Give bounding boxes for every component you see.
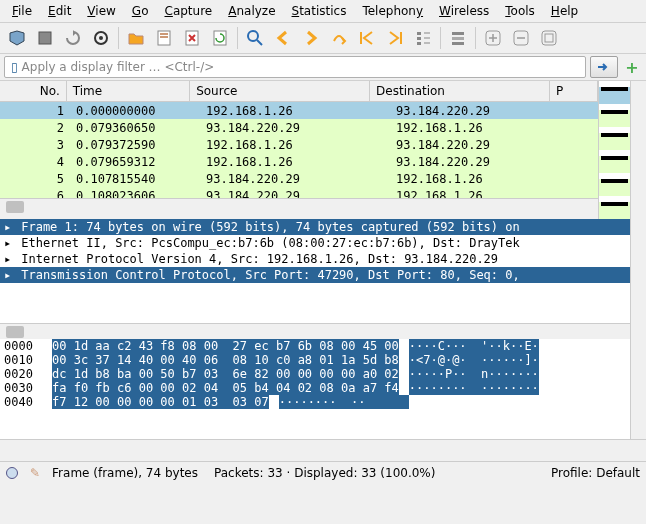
packet-row[interactable]: 30.079372590192.168.1.2693.184.220.29	[0, 136, 598, 153]
packet-row[interactable]: 40.079659312192.168.1.2693.184.220.29	[0, 153, 598, 170]
packet-row[interactable]: 20.07936065093.184.220.29192.168.1.26	[0, 119, 598, 136]
svg-rect-9	[417, 32, 421, 35]
details-vscroll[interactable]	[630, 219, 646, 339]
svg-rect-5	[160, 36, 168, 38]
filter-bar: ▯ Apply a display filter … <Ctrl-/> +	[0, 54, 646, 81]
menu-help[interactable]: Help	[543, 2, 586, 20]
toolbar	[0, 23, 646, 54]
svg-point-2	[99, 36, 103, 40]
expression-button[interactable]	[590, 56, 618, 78]
bookmark-icon[interactable]: ▯	[11, 60, 18, 74]
hex-row[interactable]: 0020dc 1d b8 ba 00 50 b7 03 6e 82 00 00 …	[0, 367, 630, 381]
col-header-source[interactable]: Source	[190, 81, 370, 101]
packet-list-header: No. Time Source Destination P	[0, 81, 598, 102]
col-header-protocol[interactable]: P	[550, 81, 598, 101]
menu-file[interactable]: File	[4, 2, 40, 20]
hex-row[interactable]: 0040f7 12 00 00 00 00 01 03 03 07·······…	[0, 395, 630, 409]
svg-rect-11	[417, 42, 421, 45]
menu-edit[interactable]: Edit	[40, 2, 79, 20]
col-header-no[interactable]: No.	[0, 81, 67, 101]
svg-rect-10	[417, 37, 421, 40]
last-packet-icon[interactable]	[382, 25, 408, 51]
svg-rect-13	[452, 37, 464, 40]
statusbar: ✎ Frame (frame), 74 bytes Packets: 33 · …	[0, 461, 646, 483]
packet-details: ▸ Frame 1: 74 bytes on wire (592 bits), …	[0, 219, 630, 339]
open-file-icon[interactable]	[123, 25, 149, 51]
hex-row[interactable]: 001000 3c 37 14 40 00 40 06 08 10 c0 a8 …	[0, 353, 630, 367]
detail-line[interactable]: ▸ Ethernet II, Src: PcsCompu_ec:b7:6b (0…	[0, 235, 630, 251]
display-filter-input[interactable]: ▯ Apply a display filter … <Ctrl-/>	[4, 56, 586, 78]
close-file-icon[interactable]	[179, 25, 205, 51]
menu-wireless[interactable]: Wireless	[431, 2, 497, 20]
next-packet-icon[interactable]	[298, 25, 324, 51]
add-filter-button[interactable]: +	[622, 56, 642, 78]
expert-info-icon[interactable]	[6, 467, 18, 479]
capture-restart-icon[interactable]	[60, 25, 86, 51]
hex-row[interactable]: 000000 1d aa c2 43 f8 08 00 27 ec b7 6b …	[0, 339, 630, 353]
filter-placeholder: Apply a display filter … <Ctrl-/>	[22, 60, 215, 74]
packet-minimap[interactable]	[598, 81, 630, 219]
first-packet-icon[interactable]	[354, 25, 380, 51]
capture-stop-icon[interactable]	[32, 25, 58, 51]
colorize-icon[interactable]	[445, 25, 471, 51]
capture-options-icon[interactable]	[88, 25, 114, 51]
hex-pane[interactable]: 000000 1d aa c2 43 f8 08 00 27 ec b7 6b …	[0, 339, 630, 439]
menu-analyze[interactable]: Analyze	[220, 2, 283, 20]
autoscroll-icon[interactable]	[410, 25, 436, 51]
svg-rect-17	[542, 31, 556, 45]
col-header-time[interactable]: Time	[67, 81, 190, 101]
zoom-out-icon[interactable]	[508, 25, 534, 51]
menu-view[interactable]: View	[79, 2, 123, 20]
status-profile[interactable]: Profile: Default	[551, 466, 640, 480]
detail-line[interactable]: ▸ Frame 1: 74 bytes on wire (592 bits), …	[0, 219, 630, 235]
svg-point-8	[248, 31, 258, 41]
find-icon[interactable]	[242, 25, 268, 51]
capture-file-properties-icon[interactable]: ✎	[30, 466, 40, 480]
save-file-icon[interactable]	[151, 25, 177, 51]
zoom-reset-icon[interactable]	[536, 25, 562, 51]
byte-view-tabs[interactable]	[0, 439, 646, 461]
zoom-in-icon[interactable]	[480, 25, 506, 51]
packet-row[interactable]: 10.000000000192.168.1.2693.184.220.29	[0, 102, 598, 119]
packet-list: No. Time Source Destination P 10.0000000…	[0, 81, 598, 213]
menu-capture[interactable]: Capture	[156, 2, 220, 20]
packet-list-vscroll[interactable]	[630, 81, 646, 219]
menu-go[interactable]: Go	[124, 2, 157, 20]
capture-start-icon[interactable]	[4, 25, 30, 51]
svg-rect-14	[452, 42, 464, 45]
detail-line[interactable]: ▸ Internet Protocol Version 4, Src: 192.…	[0, 251, 630, 267]
detail-line[interactable]: ▸ Transmission Control Protocol, Src Por…	[0, 267, 630, 283]
hex-vscroll[interactable]	[630, 339, 646, 439]
svg-rect-0	[39, 32, 51, 44]
reload-icon[interactable]	[207, 25, 233, 51]
hex-row[interactable]: 0030fa f0 fb c6 00 00 02 04 05 b4 04 02 …	[0, 381, 630, 395]
svg-rect-12	[452, 32, 464, 35]
svg-rect-18	[545, 34, 553, 42]
packet-list-hscroll[interactable]	[0, 198, 598, 213]
prev-packet-icon[interactable]	[270, 25, 296, 51]
menubar: File Edit View Go Capture Analyze Statis…	[0, 0, 646, 23]
menu-tools[interactable]: Tools	[497, 2, 543, 20]
menu-telephony[interactable]: Telephony	[354, 2, 431, 20]
details-hscroll[interactable]	[0, 323, 630, 339]
packet-row[interactable]: 50.10781554093.184.220.29192.168.1.26	[0, 170, 598, 187]
col-header-destination[interactable]: Destination	[370, 81, 550, 101]
packet-row[interactable]: 60.10802360693.184.220.29192.168.1.26	[0, 187, 598, 198]
jump-icon[interactable]	[326, 25, 352, 51]
status-packets: Packets: 33 · Displayed: 33 (100.0%)	[214, 466, 539, 480]
menu-statistics[interactable]: Statistics	[284, 2, 355, 20]
status-frame: Frame (frame), 74 bytes	[52, 466, 202, 480]
svg-rect-4	[160, 33, 168, 35]
